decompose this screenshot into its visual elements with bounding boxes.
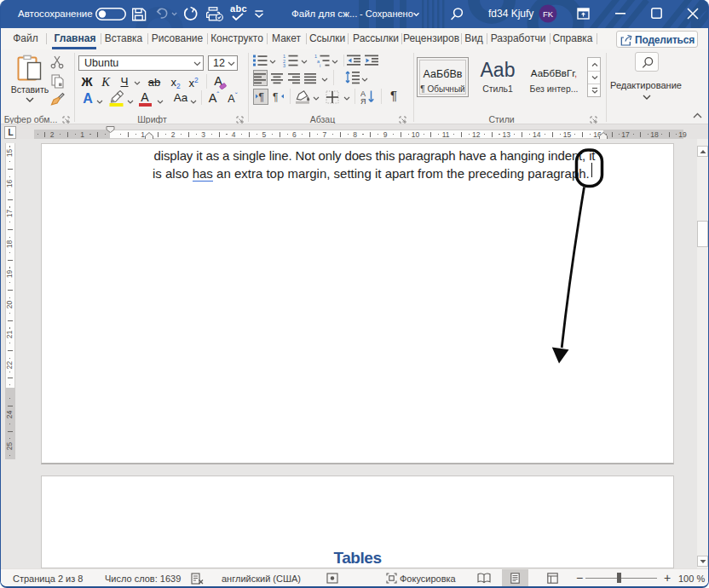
svg-text:FK: FK bbox=[543, 9, 554, 19]
svg-text:Я: Я bbox=[360, 97, 366, 105]
svg-text:i: i bbox=[320, 63, 320, 67]
svg-text:¶: ¶ bbox=[273, 91, 278, 102]
svg-text:¶: ¶ bbox=[259, 91, 264, 102]
svg-text:3: 3 bbox=[283, 63, 285, 67]
